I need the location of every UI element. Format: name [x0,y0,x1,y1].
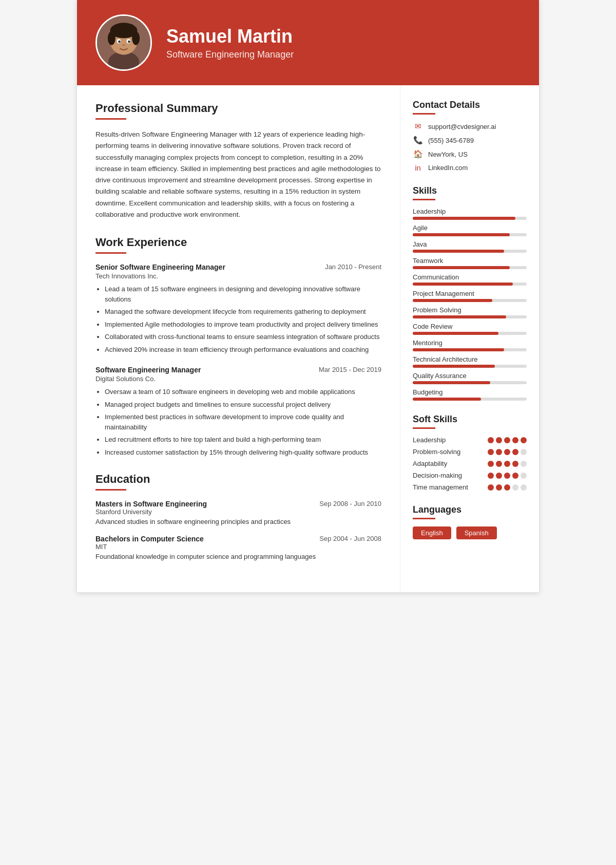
skill-bar-bg [413,381,527,384]
edu-date: Sep 2004 - Jun 2008 [319,535,381,542]
contact-section: Contact Details ✉ support@cvdesigner.ai … [413,100,527,172]
skill-bar-fill [413,217,515,220]
contact-title: Contact Details [413,100,527,110]
skill-name: Teamwork [413,257,527,265]
soft-skills-container: LeadershipProblem-solvingAdaptabilityDec… [413,436,527,491]
svg-point-5 [132,31,140,45]
edu-desc: Foundational knowledge in computer scien… [95,553,381,560]
summary-divider [95,118,126,120]
edu-header: Masters in Software Engineering Sep 2008… [95,500,381,508]
avatar [95,14,152,71]
skill-dot [504,461,510,467]
skill-bar-bg [413,233,527,236]
skill-bar-bg [413,217,527,220]
skill-name: Project Management [413,290,527,297]
jobs-container: Senior Software Engineering Manager Jan … [95,263,381,457]
job-date: Mar 2015 - Dec 2019 [319,366,381,373]
job-bullet: Implemented Agile methodologies to impro… [105,319,381,330]
experience-title: Work Experience [95,236,381,249]
skill-item: Leadership [413,208,527,220]
job-company: Digital Solutions Co. [95,375,381,383]
education-divider [95,489,126,491]
skill-dots [488,484,527,491]
job-bullet: Led recruitment efforts to hire top tale… [105,435,381,445]
skill-dot [504,437,510,443]
skill-dot [488,449,494,455]
resume-container: Samuel Martin Software Engineering Manag… [77,0,539,592]
skill-bar-bg [413,332,527,335]
skill-name: Java [413,240,527,248]
linkedin-icon: in [413,163,423,172]
skill-bar-fill [413,283,513,286]
job-bullet: Implemented best practices in software d… [105,412,381,432]
job-item: Senior Software Engineering Manager Jan … [95,263,381,354]
soft-skill-item: Problem-solving [413,448,527,456]
job-bullets: Lead a team of 15 software engineers in … [95,284,381,354]
body-section: Professional Summary Results-driven Soft… [77,85,539,592]
soft-skills-divider [413,427,435,429]
candidate-title: Software Engineering Manager [166,49,294,60]
skill-bar-fill [413,348,504,351]
skill-bar-bg [413,398,527,401]
sidebar: Contact Details ✉ support@cvdesigner.ai … [400,85,539,592]
soft-skill-item: Leadership [413,436,527,444]
skill-dot [521,461,527,467]
skill-dot [521,449,527,455]
job-bullet: Collaborated with cross-functional teams… [105,332,381,342]
skills-divider [413,199,435,200]
skill-bar-bg [413,250,527,253]
skill-name: Code Review [413,323,527,330]
job-item: Software Engineering Manager Mar 2015 - … [95,366,381,457]
skill-dot [488,484,494,491]
edu-item: Bachelors in Computer Science Sep 2004 -… [95,535,381,560]
skills-title: Skills [413,185,527,196]
skill-bar-bg [413,365,527,368]
education-title: Education [95,473,381,486]
skill-item: Teamwork [413,257,527,269]
svg-point-4 [108,31,116,45]
skill-dot [521,437,527,443]
job-company: Tech Innovations Inc. [95,272,381,280]
contact-email: ✉ support@cvdesigner.ai [413,122,527,131]
experience-section: Work Experience Senior Software Engineer… [95,236,381,457]
skill-item: Communication [413,273,527,286]
edu-container: Masters in Software Engineering Sep 2008… [95,500,381,560]
job-title: Senior Software Engineering Manager [95,263,225,271]
header-info: Samuel Martin Software Engineering Manag… [166,26,294,60]
skill-dot [512,484,518,491]
skill-name: Agile [413,224,527,232]
contact-divider [413,113,435,115]
language-tag: English [413,526,451,539]
skill-name: Communication [413,273,527,281]
skill-item: Technical Architecture [413,355,527,368]
edu-degree: Masters in Software Engineering [95,500,207,508]
skill-item: Problem Solving [413,306,527,318]
job-bullets: Oversaw a team of 10 software engineers … [95,387,381,457]
skill-name: Technical Architecture [413,355,527,363]
summary-section: Professional Summary Results-driven Soft… [95,102,381,220]
skill-dot [521,484,527,491]
soft-skill-name: Leadership [413,436,446,444]
skill-dot [504,484,510,491]
contact-location: 🏠 NewYork, US [413,149,527,159]
skill-dot [521,473,527,479]
job-bullet: Increased customer satisfaction by 15% t… [105,447,381,458]
avatar-image [97,16,150,69]
skill-name: Mentoring [413,339,527,347]
skill-dot [496,461,502,467]
soft-skill-name: Decision-making [413,472,462,479]
skill-bar-fill [413,233,510,236]
skill-item: Agile [413,224,527,236]
job-bullet: Managed project budgets and timelines to… [105,400,381,410]
skill-bar-bg [413,283,527,286]
summary-title: Professional Summary [95,102,381,115]
skill-bar-bg [413,299,527,302]
svg-point-10 [122,44,125,46]
skill-bar-fill [413,315,506,318]
edu-degree: Bachelors in Computer Science [95,535,204,543]
job-title: Software Engineering Manager [95,366,201,374]
languages-title: Languages [413,504,527,515]
skill-dot [512,437,518,443]
edu-date: Sep 2008 - Jun 2010 [319,500,381,507]
soft-skill-name: Adaptability [413,460,447,467]
